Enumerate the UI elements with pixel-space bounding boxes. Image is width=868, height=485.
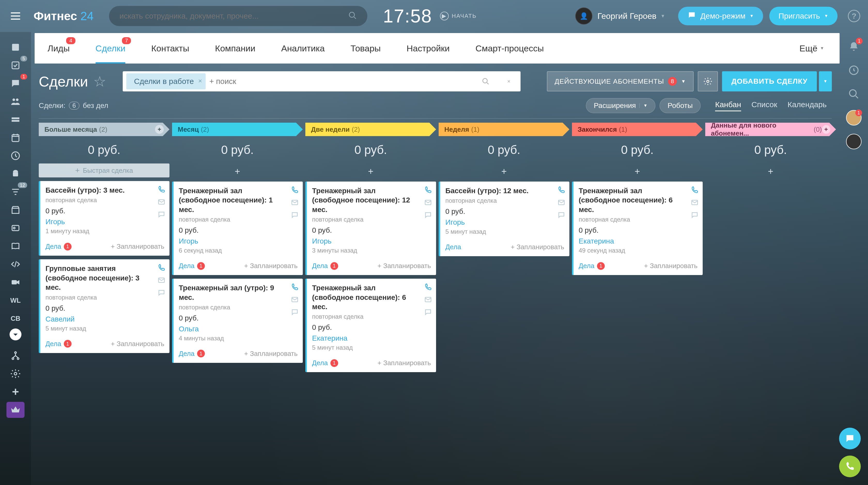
add-stage-icon[interactable]: + bbox=[822, 125, 831, 134]
chat-icon[interactable] bbox=[291, 211, 299, 220]
nav-item[interactable]: Аналитика bbox=[269, 33, 338, 64]
card-plan-button[interactable]: + Запланировать bbox=[244, 350, 298, 358]
phone-icon[interactable] bbox=[291, 283, 299, 292]
card-contact-link[interactable]: Савелий bbox=[45, 315, 164, 323]
stage-header[interactable]: Данные для нового абонемен...(0)+ bbox=[705, 123, 836, 136]
user-avatar-1[interactable]: 1 bbox=[846, 110, 862, 126]
dock-sitemap[interactable] bbox=[6, 348, 25, 364]
card-contact-link[interactable]: Екатерина bbox=[579, 237, 698, 245]
dock-add[interactable] bbox=[6, 384, 25, 400]
deal-card[interactable]: Групповые занятия (свободное посещение):… bbox=[39, 259, 169, 353]
card-contact-link[interactable]: Игорь bbox=[445, 218, 564, 226]
phone-icon[interactable] bbox=[158, 186, 165, 194]
card-activities[interactable]: Дела1 bbox=[45, 340, 71, 348]
card-activities[interactable]: Дела1 bbox=[312, 359, 338, 367]
nav-item[interactable]: Компании bbox=[202, 33, 268, 64]
card-plan-button[interactable]: + Запланировать bbox=[244, 262, 298, 270]
deal-card[interactable]: Тренажерный зал (утро): 9 мес.повторная … bbox=[172, 279, 303, 363]
mail-icon[interactable] bbox=[291, 296, 299, 304]
extensions-button[interactable]: Расширения▼ bbox=[586, 98, 656, 113]
nav-item[interactable]: Товары bbox=[338, 33, 394, 64]
fab-chat[interactable] bbox=[839, 428, 861, 449]
stage-header[interactable]: Две недели(2) bbox=[305, 123, 436, 136]
deals-search-input[interactable] bbox=[209, 77, 474, 86]
card-contact-link[interactable]: Игорь bbox=[179, 237, 298, 245]
global-search-input[interactable] bbox=[119, 12, 348, 21]
robots-button[interactable]: Роботы bbox=[659, 98, 701, 113]
dock-feed[interactable] bbox=[6, 39, 25, 55]
clear-icon[interactable]: ✕ bbox=[497, 79, 521, 84]
dock-crown[interactable] bbox=[6, 402, 25, 418]
add-card-button[interactable]: + bbox=[439, 163, 569, 182]
notifications-button[interactable]: 1 bbox=[846, 39, 862, 54]
card-activities[interactable]: Дела1 bbox=[579, 262, 605, 270]
card-contact-link[interactable]: Игорь bbox=[312, 237, 431, 245]
help-button[interactable]: ? bbox=[848, 10, 860, 22]
dock-store[interactable] bbox=[6, 202, 25, 218]
dock-crm[interactable] bbox=[6, 111, 25, 128]
demo-mode-button[interactable]: Демо-режим ▼ bbox=[678, 7, 763, 25]
view-tab[interactable]: Канбан bbox=[715, 100, 741, 111]
mail-icon[interactable] bbox=[691, 199, 699, 207]
card-activities[interactable]: Дела bbox=[445, 243, 461, 251]
mail-icon[interactable] bbox=[158, 198, 165, 207]
main-menu-button[interactable] bbox=[0, 10, 31, 22]
user-menu[interactable]: 👤 Георгий Героев ▼ bbox=[575, 7, 665, 25]
card-contact-link[interactable]: Екатерина bbox=[312, 334, 431, 343]
nav-item[interactable]: Лиды4 bbox=[35, 33, 83, 64]
phone-icon[interactable] bbox=[691, 186, 699, 195]
pipeline-select[interactable]: ДЕЙСТВУЮЩИЕ АБОНЕМЕНТЫ 8 ▼ bbox=[547, 71, 693, 91]
deals-filter[interactable]: Сделки в работе ✕ bbox=[123, 71, 521, 91]
card-plan-button[interactable]: + Запланировать bbox=[111, 243, 164, 251]
dock-calendar[interactable] bbox=[6, 130, 25, 146]
nav-more[interactable]: Ещё bbox=[792, 43, 840, 54]
chat-icon[interactable] bbox=[424, 308, 432, 317]
chat-icon[interactable] bbox=[557, 211, 565, 220]
search-icon[interactable] bbox=[474, 77, 497, 85]
add-card-button[interactable]: + bbox=[172, 163, 303, 182]
phone-icon[interactable] bbox=[557, 186, 565, 195]
stage-header[interactable]: Закончился(1) bbox=[572, 123, 703, 136]
view-tab[interactable]: Календарь bbox=[788, 100, 827, 111]
star-icon[interactable]: ☆ bbox=[93, 73, 106, 90]
dock-video[interactable] bbox=[6, 274, 25, 290]
mail-icon[interactable] bbox=[557, 199, 565, 207]
global-search[interactable] bbox=[109, 6, 367, 26]
card-plan-button[interactable]: + Запланировать bbox=[511, 243, 564, 251]
deal-card[interactable]: Тренажерный зал (свободное посещение): 1… bbox=[305, 182, 436, 275]
mail-icon[interactable] bbox=[158, 276, 165, 285]
card-activities[interactable]: Дела1 bbox=[179, 262, 205, 270]
dock-code[interactable] bbox=[6, 256, 25, 272]
card-plan-button[interactable]: + Запланировать bbox=[644, 262, 698, 270]
dock-book[interactable] bbox=[6, 238, 25, 254]
nav-item[interactable]: Контакты bbox=[138, 33, 202, 64]
dock-tasks[interactable]: 5 bbox=[6, 57, 25, 73]
invite-button[interactable]: Пригласить ▼ bbox=[769, 7, 838, 25]
deal-card[interactable]: Тренажерный зал (свободное посещение): 6… bbox=[572, 182, 703, 275]
dock-chat[interactable]: 1 bbox=[6, 75, 25, 91]
card-contact-link[interactable]: Ольга bbox=[179, 325, 298, 333]
deal-card[interactable]: Тренажерный зал (свободное посещение): 1… bbox=[172, 182, 303, 275]
history-button[interactable] bbox=[846, 63, 862, 78]
add-stage-icon[interactable]: + bbox=[155, 125, 164, 134]
add-card-button[interactable]: + bbox=[572, 163, 703, 182]
mail-icon[interactable] bbox=[291, 199, 299, 207]
mail-icon[interactable] bbox=[424, 199, 432, 207]
chat-icon[interactable] bbox=[158, 211, 165, 219]
dock-time[interactable] bbox=[6, 148, 25, 164]
dock-wl[interactable]: WL bbox=[6, 292, 25, 309]
card-activities[interactable]: Дела1 bbox=[312, 262, 338, 270]
card-plan-button[interactable]: + Запланировать bbox=[377, 262, 431, 270]
mail-icon[interactable] bbox=[424, 296, 432, 304]
fab-call[interactable] bbox=[839, 456, 861, 477]
deal-card[interactable]: Бассейн (утро): 3 мес.повторная сделка0 … bbox=[39, 181, 169, 256]
dock-android[interactable] bbox=[6, 166, 25, 182]
nav-item[interactable]: Смарт-процессы bbox=[463, 33, 557, 64]
add-card-button[interactable]: + bbox=[705, 163, 836, 182]
dock-card[interactable] bbox=[6, 220, 25, 236]
filter-chip[interactable]: Сделки в работе bbox=[126, 73, 206, 89]
stage-header[interactable]: Больше месяца(2)+ bbox=[39, 123, 169, 136]
card-activities[interactable]: Дела1 bbox=[179, 350, 205, 358]
chat-icon[interactable] bbox=[291, 308, 299, 317]
phone-icon[interactable] bbox=[291, 186, 299, 195]
